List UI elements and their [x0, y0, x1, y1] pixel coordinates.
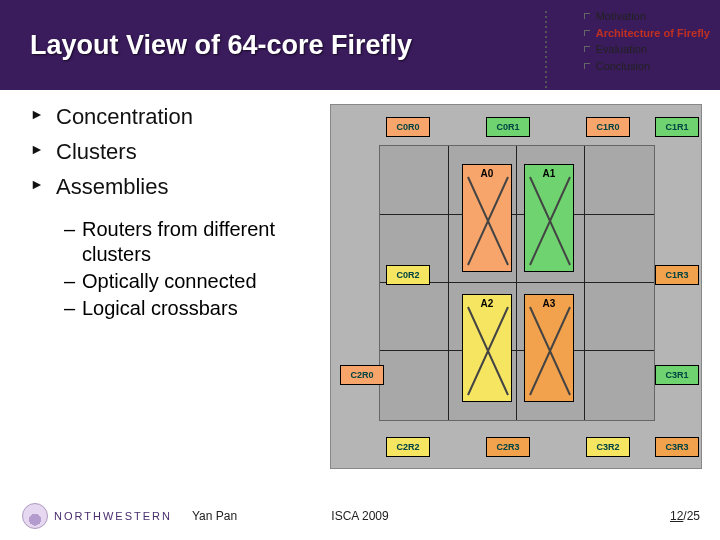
bullet-icon	[584, 30, 590, 36]
bullet-icon	[584, 63, 590, 69]
org-name: NORTHWESTERN	[54, 510, 172, 522]
router: C0R0	[386, 117, 430, 137]
assembly-A0: A0	[462, 164, 512, 272]
router: C3R3	[655, 437, 699, 457]
router: C1R0	[586, 117, 630, 137]
nav-item-conclusion: Conclusion	[584, 58, 710, 75]
router: C1R1	[655, 117, 699, 137]
list-item: Logical crossbars	[64, 296, 330, 321]
list-item: Assemblies	[30, 170, 330, 203]
venue: ISCA 2009	[331, 509, 388, 523]
nav-item-architecture: Architecture of Firefly	[584, 25, 710, 42]
assembly-A1: A1	[524, 164, 574, 272]
sub-list: Routers from different clusters Opticall…	[64, 217, 330, 321]
list-item: Routers from different clusters	[64, 217, 330, 267]
router: C2R2	[386, 437, 430, 457]
slide-footer: NORTHWESTERN Yan Pan ISCA 2009 12/25	[0, 502, 720, 530]
page-number: 12/25	[670, 509, 700, 523]
bullet-icon	[584, 46, 590, 52]
list-item: Optically connected	[64, 269, 330, 294]
nav-item-motivation: Motivation	[584, 8, 710, 25]
nav-item-evaluation: Evaluation	[584, 41, 710, 58]
assembly-A3: A3	[524, 294, 574, 402]
layout-figure: A0 A1 A2 A3 C0R0 C0R1 C1R0 C1R1 C0R2 C1R…	[330, 104, 702, 469]
router: C2R0	[340, 365, 384, 385]
list-item: Clusters	[30, 135, 330, 168]
router: C0R2	[386, 265, 430, 285]
outline-nav: Motivation Architecture of Firefly Evalu…	[584, 8, 710, 74]
assembly-A2: A2	[462, 294, 512, 402]
list-item: Concentration	[30, 100, 330, 133]
router: C3R1	[655, 365, 699, 385]
nav-dots	[545, 8, 550, 91]
bullet-icon	[584, 13, 590, 19]
router: C1R3	[655, 265, 699, 285]
body-text: Concentration Clusters Assemblies Router…	[30, 100, 330, 323]
northwestern-logo-icon	[22, 503, 48, 529]
router: C0R1	[486, 117, 530, 137]
router: C2R3	[486, 437, 530, 457]
slide-title: Layout View of 64-core Firefly	[30, 30, 412, 61]
main-list: Concentration Clusters Assemblies	[30, 100, 330, 203]
author-name: Yan Pan	[192, 509, 237, 523]
router: C3R2	[586, 437, 630, 457]
